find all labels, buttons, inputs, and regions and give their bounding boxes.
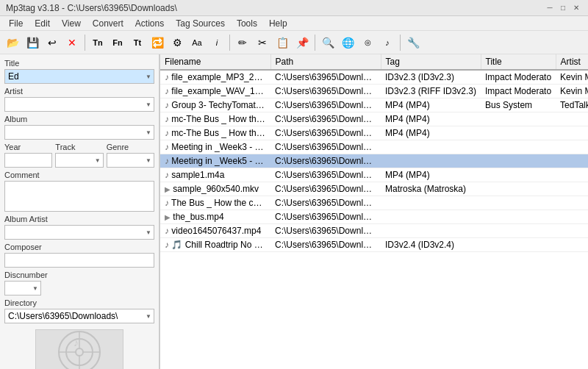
menu-edit[interactable]: Edit	[29, 17, 56, 30]
comment-textarea[interactable]	[4, 181, 154, 212]
cell-title	[481, 168, 556, 182]
table-row[interactable]: ♪ Meeting in _Week5 - No... C:\Users\639…	[160, 154, 588, 168]
open-folder-button[interactable]: 📂	[3, 33, 22, 52]
title-group: Title	[4, 59, 154, 84]
menu-help[interactable]: Help	[263, 17, 293, 30]
cell-path: C:\Users\63965\Downloa...	[270, 196, 381, 210]
cell-path: C:\Users\63965\Downloa...	[270, 70, 381, 85]
table-row[interactable]: ♪ Meeting in _Week3 - Oct... C:\Users\63…	[160, 140, 588, 154]
album-artist-group: Album Artist	[4, 215, 154, 240]
cell-path: C:\Users\63965\Downloa...	[270, 182, 381, 196]
cell-tag: MP4 (MP4)	[381, 168, 481, 182]
table-header: Filename Path Tag Title Artist	[160, 54, 588, 70]
filename-from-tag-button[interactable]: Fn	[108, 33, 127, 52]
table-row[interactable]: ▶ sample_960x540.mkv C:\Users\63965\Down…	[160, 182, 588, 196]
musicbrainz-button[interactable]: ♪	[378, 33, 397, 52]
file-table-scroll[interactable]: Filename Path Tag Title Artist ♪ file_ex…	[160, 54, 588, 369]
cut-button[interactable]: ✂	[253, 33, 272, 52]
copy-button[interactable]: 📋	[273, 33, 292, 52]
table-row[interactable]: ♪ sample1.m4a C:\Users\63965\Downloa... …	[160, 168, 588, 182]
right-panel: Filename Path Tag Title Artist ♪ file_ex…	[160, 54, 588, 369]
cell-title: Impact Moderato	[481, 85, 556, 98]
options-button[interactable]: 🔧	[404, 33, 423, 52]
cell-artist: TedTalks	[556, 98, 588, 112]
cell-tag: ID3v2.4 (ID3v2.4)	[381, 238, 481, 252]
menu-tools[interactable]: Tools	[231, 17, 263, 30]
menu-view[interactable]: View	[56, 17, 87, 30]
undo-button[interactable]: ↩	[43, 33, 62, 52]
menu-file[interactable]: File	[3, 17, 29, 30]
col-title[interactable]: Title	[481, 54, 556, 70]
edit-button[interactable]: ✏	[233, 33, 252, 52]
discnumber-select[interactable]	[4, 281, 41, 295]
cell-path: C:\Users\63965\Downloa...	[270, 85, 381, 98]
maximize-button[interactable]: □	[557, 2, 569, 14]
tools-button[interactable]: ⚙	[168, 33, 187, 52]
directory-label: Directory	[4, 298, 154, 307]
table-row[interactable]: ♪ Group 3- TechyTomato... C:\Users\63965…	[160, 98, 588, 112]
table-row[interactable]: ♪ 🎵 Chill Roadtrip No Co... C:\Users\639…	[160, 238, 588, 252]
cell-tag	[381, 210, 481, 224]
genre-select[interactable]	[107, 153, 154, 168]
title-input[interactable]	[4, 69, 154, 84]
table-row[interactable]: ♪ mc-The Bus _ How the c... C:\Users\639…	[160, 126, 588, 140]
cell-tag	[381, 224, 481, 238]
web-button[interactable]: 🌐	[338, 33, 357, 52]
close-button[interactable]: ✕	[570, 2, 582, 14]
cell-filename: ▶ sample_960x540.mkv	[160, 182, 270, 196]
year-input[interactable]	[4, 153, 52, 168]
cell-path: C:\Users\63965\Downloa...	[270, 224, 381, 238]
directory-wrapper	[4, 309, 154, 323]
save-button[interactable]: 💾	[23, 33, 42, 52]
cell-artist	[556, 238, 588, 252]
album-artist-input[interactable]	[4, 225, 154, 240]
cell-filename: ♪ video1645076437.mp4	[160, 224, 270, 238]
case-button[interactable]: Aa	[187, 33, 207, 52]
table-row[interactable]: ♪ The Bus _ How the comp... C:\Users\639…	[160, 196, 588, 210]
col-filename[interactable]: Filename	[160, 54, 270, 70]
album-input[interactable]	[4, 125, 154, 140]
year-group: Year	[4, 143, 52, 168]
music-icon: ♪	[165, 86, 169, 96]
cell-artist	[556, 112, 588, 126]
album-label: Album	[4, 115, 154, 123]
table-row[interactable]: ♪ video1645076437.mp4 C:\Users\63965\Dow…	[160, 224, 588, 238]
table-row[interactable]: ♪ file_example_MP3_2MG... C:\Users\63965…	[160, 70, 588, 85]
delete-button[interactable]: ✕	[62, 33, 82, 52]
col-path[interactable]: Path	[270, 54, 381, 70]
artist-input[interactable]	[4, 97, 154, 112]
year-track-genre-row: Year Track Genre	[4, 143, 154, 168]
table-row[interactable]: ▶ the_bus.mp4 C:\Users\63965\Downloa...	[160, 210, 588, 224]
menu-tag-sources[interactable]: Tag Sources	[170, 17, 231, 30]
title-bar: Mp3tag v3.18 - C:\Users\63965\Downloads\…	[0, 0, 588, 16]
discnumber-wrapper	[4, 281, 41, 295]
cell-filename: ▶ the_bus.mp4	[160, 210, 270, 224]
minimize-button[interactable]: ─	[544, 2, 556, 14]
menu-actions[interactable]: Actions	[129, 17, 170, 30]
cell-path: C:\Users\63965\Downloa...	[270, 154, 381, 168]
info-button[interactable]: i	[207, 33, 226, 52]
table-row[interactable]: ♪ file_example_WAV_1MG... C:\Users\63965…	[160, 85, 588, 98]
cell-filename: ♪ Meeting in _Week5 - No...	[160, 154, 270, 168]
search-button[interactable]: 🔍	[318, 33, 337, 52]
music-icon: ♪	[165, 226, 169, 236]
col-tag[interactable]: Tag	[381, 54, 481, 70]
cell-title	[481, 196, 556, 210]
tag-from-filename-button[interactable]: Tn	[88, 33, 107, 52]
replace-button[interactable]: 🔁	[148, 33, 167, 52]
paste-button[interactable]: 📌	[293, 33, 312, 52]
cell-artist	[556, 182, 588, 196]
table-row[interactable]: ♪ mc-The Bus _ How the c... C:\Users\639…	[160, 112, 588, 126]
composer-input[interactable]	[4, 253, 154, 268]
cell-path: C:\Users\63965\Downloa...	[270, 140, 381, 154]
tag-tag-button[interactable]: Tt	[128, 33, 147, 52]
cell-tag	[381, 154, 481, 168]
cell-title	[481, 126, 556, 140]
track-select[interactable]	[55, 153, 103, 168]
col-artist[interactable]: Artist	[556, 54, 588, 70]
directory-input[interactable]	[4, 309, 154, 323]
file-table-body: ♪ file_example_MP3_2MG... C:\Users\63965…	[160, 70, 588, 252]
comment-label: Comment	[4, 171, 154, 179]
discogs-button[interactable]: ◎	[358, 33, 377, 52]
menu-convert[interactable]: Convert	[87, 17, 129, 30]
